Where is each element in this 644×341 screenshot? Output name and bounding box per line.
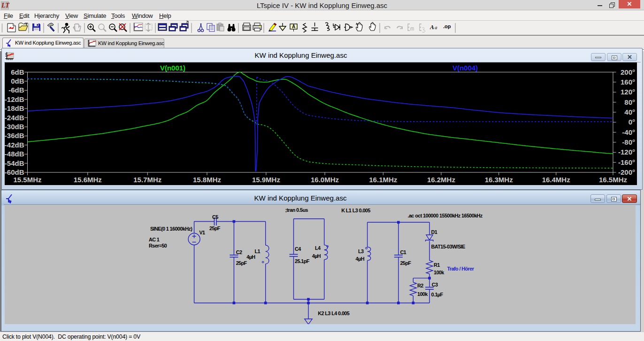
svg-text:25pF: 25pF <box>236 260 247 266</box>
svg-text:40°: 40° <box>624 108 635 116</box>
svg-text:-6dB: -6dB <box>8 86 24 94</box>
svg-text:-120°: -120° <box>618 148 635 156</box>
svg-text:-160°: -160° <box>618 158 635 166</box>
svg-text:-12dB: -12dB <box>5 95 24 103</box>
svg-text:200°: 200° <box>621 68 635 76</box>
svg-text:-36dB: -36dB <box>5 132 24 140</box>
svg-text:C2: C2 <box>236 249 242 255</box>
svg-text:15.8MHz: 15.8MHz <box>193 176 221 184</box>
svg-text:80°: 80° <box>624 98 635 106</box>
svg-text:16.2MHz: 16.2MHz <box>427 176 455 184</box>
svg-text:-42dB: -42dB <box>5 141 24 149</box>
svg-text:V1: V1 <box>199 230 206 235</box>
svg-text:A: A <box>292 24 295 29</box>
svg-text:-40°: -40° <box>622 128 635 136</box>
svg-text:16.1MHz: 16.1MHz <box>369 176 397 184</box>
svg-text:Trafo / Hörer: Trafo / Hörer <box>447 266 475 271</box>
svg-text:4µH: 4µH <box>356 256 365 262</box>
svg-text:C3: C3 <box>432 282 438 287</box>
svg-text:BAT15-03W/SIE: BAT15-03W/SIE <box>431 244 465 249</box>
svg-text:.op: .op <box>443 23 451 29</box>
svg-text:25pF: 25pF <box>400 260 411 266</box>
svg-text:16.0MHz: 16.0MHz <box>311 176 339 184</box>
svg-text:C1: C1 <box>400 249 406 255</box>
svg-text:6dB: 6dB <box>11 68 24 76</box>
svg-text:a: a <box>435 24 437 30</box>
svg-text:AC 1: AC 1 <box>149 237 160 242</box>
svg-text:L4: L4 <box>315 245 321 251</box>
svg-text:.ac oct 100000 15500kHz 16500k: .ac oct 100000 15500kHz 16500kHz <box>408 213 483 218</box>
svg-text:V(n001): V(n001) <box>160 64 185 72</box>
svg-text:16.5MHz: 16.5MHz <box>599 176 627 184</box>
svg-text:-200°: -200° <box>618 168 635 176</box>
svg-text:0.1µF: 0.1µF <box>431 292 444 297</box>
svg-text:C5: C5 <box>212 214 218 220</box>
svg-text:25pF: 25pF <box>209 225 221 231</box>
svg-text:K2 L3 L4 0.005: K2 L3 L4 0.005 <box>318 310 349 316</box>
svg-text:D1: D1 <box>431 229 437 235</box>
svg-text:25.1pF: 25.1pF <box>295 258 310 264</box>
svg-text:;tran 0.5us: ;tran 0.5us <box>285 207 308 213</box>
svg-text:-60dB: -60dB <box>5 168 24 176</box>
svg-text:C4: C4 <box>295 246 301 252</box>
svg-text:K L1 L3 0.005: K L1 L3 0.005 <box>341 208 370 213</box>
svg-text:A: A <box>429 23 434 31</box>
svg-text:L3: L3 <box>358 248 364 254</box>
svg-text:-24dB: -24dB <box>5 114 24 122</box>
svg-text:-30dB: -30dB <box>5 123 24 131</box>
svg-text:R2: R2 <box>417 283 423 288</box>
svg-text:-48dB: -48dB <box>5 150 24 158</box>
svg-text:-18dB: -18dB <box>5 104 24 112</box>
svg-text:15.6MHz: 15.6MHz <box>74 176 102 184</box>
svg-text:0dB: 0dB <box>11 77 24 85</box>
svg-text:15.5MHz: 15.5MHz <box>13 176 41 184</box>
svg-text:15.9MHz: 15.9MHz <box>252 176 280 184</box>
svg-text:R1: R1 <box>434 262 440 268</box>
svg-text:160°: 160° <box>621 78 635 86</box>
svg-text:V(n004): V(n004) <box>452 64 478 72</box>
svg-text:0°: 0° <box>629 118 635 126</box>
svg-text:100k: 100k <box>417 291 428 297</box>
svg-text:4µH: 4µH <box>246 254 255 260</box>
svg-text:100k: 100k <box>434 270 445 275</box>
svg-text:15.7MHz: 15.7MHz <box>133 176 161 184</box>
svg-text:120°: 120° <box>621 88 635 96</box>
svg-text:L1: L1 <box>254 248 260 254</box>
svg-text:16.3MHz: 16.3MHz <box>485 176 513 184</box>
svg-text:SINE(0 1 16000kHz): SINE(0 1 16000kHz) <box>150 226 192 232</box>
svg-text:-80°: -80° <box>622 138 635 146</box>
svg-text:Rser=50: Rser=50 <box>149 243 167 248</box>
svg-text:-54dB: -54dB <box>5 159 24 167</box>
svg-text:16.4MHz: 16.4MHz <box>542 176 570 184</box>
svg-text:4µH: 4µH <box>312 253 321 259</box>
